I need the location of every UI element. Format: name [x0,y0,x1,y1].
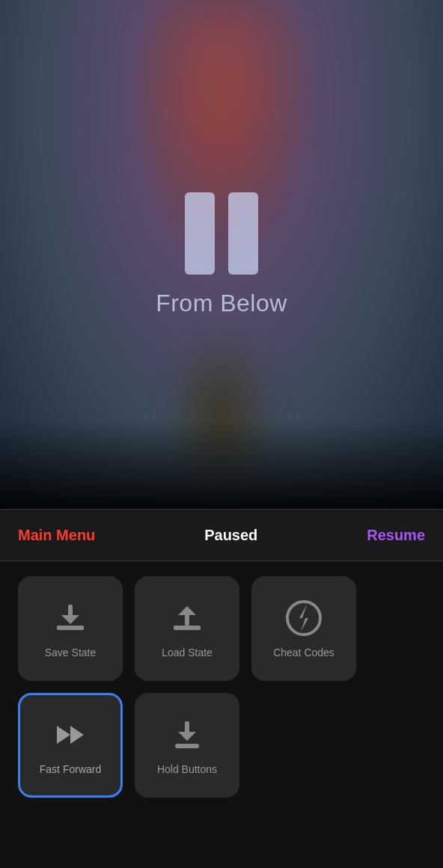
svg-marker-2 [61,615,79,624]
save-state-button[interactable]: Save State [18,576,123,681]
hold-buttons-label: Hold Buttons [157,763,217,775]
main-menu-button[interactable]: Main Menu [18,527,95,544]
svg-marker-8 [57,726,70,744]
cheat-codes-icon [284,599,323,638]
fast-forward-label: Fast Forward [40,763,101,775]
hold-buttons-icon [168,715,207,754]
fast-forward-button[interactable]: Fast Forward [18,693,123,798]
svg-marker-5 [178,606,196,615]
pause-icon [185,192,258,275]
cheat-codes-label: Cheat Codes [273,647,334,658]
menu-bar: Main Menu Paused Resume [0,509,443,561]
load-state-icon [168,599,207,638]
resume-button[interactable]: Resume [367,527,425,544]
action-grid: Save State Load State [0,561,443,868]
game-screen: From Below [0,0,443,509]
cheat-codes-button[interactable]: Cheat Codes [251,576,356,681]
paused-label: Paused [204,527,257,544]
fast-forward-icon [51,715,90,754]
hold-buttons-button[interactable]: Hold Buttons [135,693,239,798]
svg-marker-12 [178,732,196,741]
svg-rect-10 [175,744,199,748]
svg-rect-3 [174,626,201,630]
load-state-label: Load State [162,647,213,658]
save-state-label: Save State [45,647,97,658]
song-title: From Below [156,290,287,317]
svg-marker-7 [299,605,308,632]
load-state-button[interactable]: Load State [135,576,239,681]
grid-row-2: Fast Forward Hold Buttons [18,693,425,798]
svg-point-6 [287,602,320,635]
svg-rect-0 [57,626,84,630]
grid-row-1: Save State Load State [18,576,425,681]
save-state-icon [51,599,90,638]
svg-marker-9 [70,726,84,744]
